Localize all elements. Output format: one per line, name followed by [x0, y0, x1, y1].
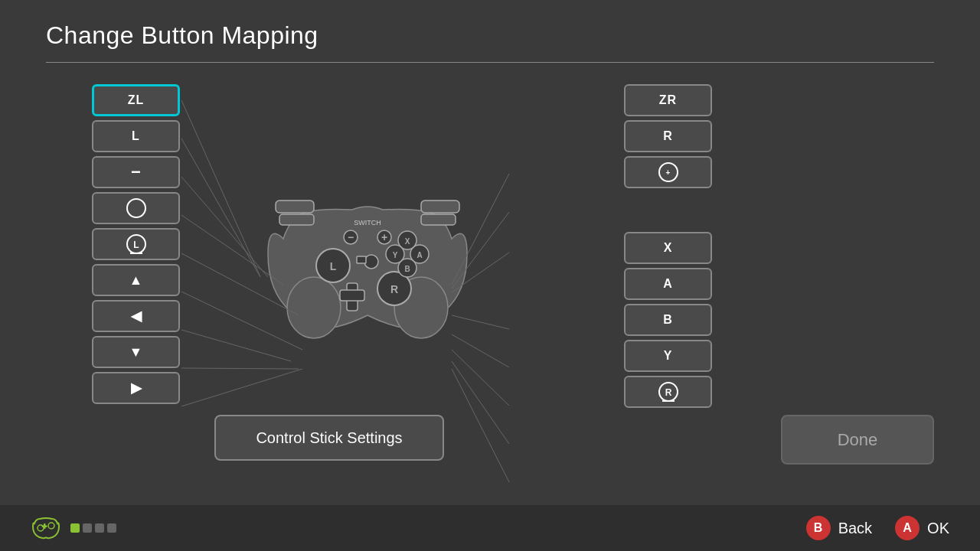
controller-image: L R A X B Y − + [237, 78, 498, 445]
svg-point-51 [48, 523, 54, 529]
svg-text:Y: Y [393, 251, 398, 259]
svg-text:R: R [665, 387, 671, 398]
page-dots [70, 523, 116, 533]
button-ZR[interactable]: ZR [624, 84, 712, 116]
svg-text:X: X [405, 237, 410, 246]
svg-rect-46 [421, 214, 456, 225]
svg-rect-45 [279, 214, 314, 225]
svg-rect-27 [340, 290, 364, 301]
dot-3 [95, 523, 104, 533]
svg-text:R: R [390, 283, 398, 295]
button-X[interactable]: X [624, 232, 712, 264]
button-dpad-left[interactable]: ◀ [92, 300, 180, 332]
svg-text:B: B [404, 265, 410, 273]
button-capture[interactable] [92, 192, 180, 224]
svg-rect-43 [276, 201, 314, 213]
button-plus[interactable]: + [624, 156, 712, 188]
svg-text:−: − [348, 231, 354, 243]
button-dpad-down[interactable]: ▼ [92, 336, 180, 368]
svg-rect-53 [42, 526, 47, 528]
button-right-stick-click[interactable]: R [624, 376, 712, 408]
button-Y[interactable]: Y [624, 340, 712, 372]
svg-text:SWITCH: SWITCH [354, 219, 381, 227]
dot-1 [70, 523, 80, 533]
controller-small-icon [31, 513, 61, 543]
svg-rect-41 [357, 256, 366, 263]
left-button-group: ZL L − L ▲ ◀ ▼ ▶ [0, 63, 180, 507]
button-dpad-right[interactable]: ▶ [92, 372, 180, 404]
bottom-nav: B Back A OK [806, 516, 949, 540]
svg-text:L: L [133, 240, 139, 250]
button-B[interactable]: B [624, 304, 712, 336]
nav-back: B Back [806, 516, 872, 540]
button-L[interactable]: L [92, 120, 180, 152]
svg-rect-44 [421, 201, 459, 213]
svg-text:L: L [330, 260, 337, 272]
control-stick-settings-button[interactable]: Control Stick Settings [214, 415, 444, 461]
b-button-icon: B [806, 516, 831, 540]
right-button-group: ZR R + X A B Y R [624, 63, 712, 408]
bottom-bar: B Back A OK [0, 505, 980, 551]
svg-text:A: A [416, 251, 422, 259]
button-minus[interactable]: − [92, 156, 180, 188]
dot-2 [83, 523, 92, 533]
done-button[interactable]: Done [781, 415, 934, 465]
button-ZL[interactable]: ZL [92, 84, 180, 116]
nav-ok: A OK [895, 516, 949, 540]
button-A[interactable]: A [624, 268, 712, 300]
svg-point-20 [287, 277, 341, 338]
nav-back-label: Back [838, 520, 872, 537]
a-button-icon: A [895, 516, 920, 540]
nav-ok-label: OK [927, 520, 949, 537]
button-left-stick-click[interactable]: L [92, 228, 180, 260]
svg-text:+: + [381, 231, 387, 243]
button-R[interactable]: R [624, 120, 712, 152]
page-title: Change Button Mapping [0, 0, 980, 62]
button-dpad-up[interactable]: ▲ [92, 264, 180, 296]
dot-4 [107, 523, 116, 533]
